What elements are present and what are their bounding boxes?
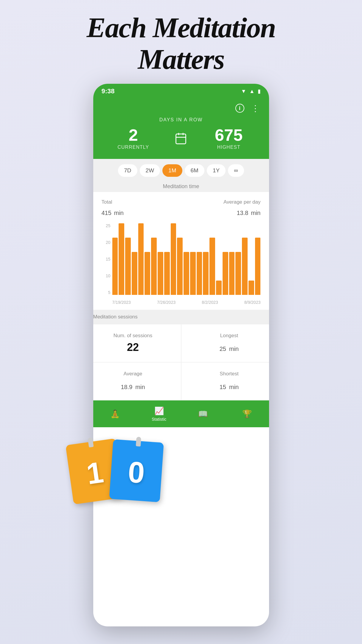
y-label-5: 5: [102, 290, 111, 295]
page-title: Each Meditation Matters: [86, 12, 275, 75]
y-label-25: 25: [102, 223, 111, 228]
highest-label: HIGHEST: [197, 145, 261, 150]
trophy-icon: 🏆: [242, 409, 252, 419]
journal-icon: 📖: [198, 409, 208, 419]
chart-bar-17: [223, 252, 228, 295]
filter-tab-1y[interactable]: 1Y: [207, 164, 226, 177]
y-label-20: 20: [102, 240, 111, 245]
calendar-pin-1: [88, 437, 94, 448]
calendar-number-1: 1: [85, 457, 105, 489]
time-stats: Total 415 min Average per day 13.8 min: [102, 199, 261, 217]
num-sessions-cell: Num. of sessions 22: [93, 324, 181, 362]
longest-unit: min: [229, 346, 239, 352]
meditate-icon: 🧘: [110, 409, 120, 419]
x-label-1: 7/26/2023: [157, 300, 175, 305]
total-stat: Total 415 min: [102, 199, 181, 217]
filter-tab-1m[interactable]: 1M: [162, 164, 182, 177]
currently-stat: 2 CURRENTLY: [102, 127, 165, 150]
calendar-page-2: 0: [109, 439, 164, 502]
shortest-cell: Shortest 15 min: [181, 362, 269, 400]
chart-bar-22: [255, 238, 261, 295]
avg-stat: Average per day 13.8 min: [181, 199, 261, 217]
y-label-10: 10: [102, 273, 111, 278]
battery-icon: ▮: [258, 88, 261, 95]
menu-icon: ⋮: [251, 103, 260, 113]
info-icon: i: [235, 104, 244, 113]
chart-bar-14: [203, 252, 209, 295]
filter-section: 7D 2W 1M 6M 1Y ∞ Meditation time: [93, 159, 269, 192]
chart-bar-19: [235, 252, 241, 295]
content-area: Total 415 min Average per day 13.8 min: [93, 192, 269, 307]
calendar-icon: [165, 132, 197, 145]
chart-bar-3: [132, 252, 137, 295]
status-icons: ▼ ▲ ▮: [241, 88, 261, 95]
highest-stat: 675 HIGHEST: [197, 127, 261, 150]
nav-statistic[interactable]: 📈 Statistic: [137, 400, 181, 427]
chart-bar-5: [145, 252, 150, 295]
menu-button[interactable]: ⋮: [250, 103, 261, 114]
longest-value: 25 min: [190, 341, 269, 354]
total-value: 415 min: [102, 206, 181, 217]
shortest-value: 15 min: [190, 379, 269, 392]
bar-chart: 5 10 15 20 25 7/19/2023 7/26/2023 8/2/20…: [102, 223, 261, 307]
header-stats-row: 2 CURRENTLY 675 HIGHEST: [102, 127, 261, 150]
chart-bar-0: [112, 238, 118, 295]
chart-bar-15: [209, 238, 215, 295]
nav-journal[interactable]: 📖: [181, 400, 225, 427]
chart-bar-10: [177, 238, 183, 295]
avg-unit: min: [251, 210, 260, 216]
calendar-pin-2: [136, 437, 141, 447]
status-time: 9:38: [102, 87, 115, 95]
currently-value: 2: [102, 127, 165, 143]
total-label: Total: [102, 199, 181, 205]
chart-bar-9: [171, 223, 176, 295]
statistic-chart-icon: 📈: [154, 406, 164, 416]
signal-icon: ▲: [249, 88, 255, 95]
filter-tab-all[interactable]: ∞: [228, 164, 244, 177]
num-sessions-value: 22: [94, 341, 173, 354]
chart-bar-12: [190, 252, 196, 295]
filter-tabs: 7D 2W 1M 6M 1Y ∞: [93, 164, 269, 177]
filter-tab-2w[interactable]: 2W: [140, 164, 160, 177]
bottom-nav: 🧘 📈 Statistic 📖 🏆: [93, 400, 269, 427]
y-label-15: 15: [102, 257, 111, 261]
chart-bar-6: [151, 238, 157, 295]
average-unit: min: [135, 384, 145, 390]
statistic-nav-label: Statistic: [152, 417, 166, 422]
header-actions: i ⋮: [102, 103, 261, 114]
nav-achievements[interactable]: 🏆: [225, 400, 269, 427]
avg-value: 13.8 min: [181, 206, 261, 217]
meditation-time-label: Meditation time: [93, 181, 269, 192]
chart-bar-7: [158, 252, 163, 295]
currently-label: CURRENTLY: [102, 145, 165, 150]
chart-bar-2: [125, 238, 131, 295]
chart-bars-area: [112, 223, 261, 295]
filter-tab-6m[interactable]: 6M: [185, 164, 204, 177]
nav-meditate[interactable]: 🧘: [93, 400, 137, 427]
sessions-section-label: Meditation sessions: [93, 310, 269, 324]
filter-tab-7d[interactable]: 7D: [118, 164, 137, 177]
phone-frame: 9:38 ▼ ▲ ▮ i ⋮ DAYS IN A ROW 2 C: [93, 84, 269, 626]
info-button[interactable]: i: [234, 103, 245, 114]
svg-rect-0: [176, 134, 186, 144]
average-cell: Average 18.9 min: [93, 362, 181, 400]
shortest-unit: min: [229, 384, 239, 390]
chart-bar-13: [197, 252, 202, 295]
chart-bar-11: [184, 252, 189, 295]
chart-bar-8: [164, 252, 170, 295]
chart-bar-18: [229, 252, 235, 295]
status-bar: 9:38 ▼ ▲ ▮: [93, 84, 269, 99]
calendar-number-2: 0: [127, 457, 145, 488]
wifi-icon: ▼: [241, 88, 246, 95]
sessions-grid: Num. of sessions 22 Longest 25 min Avera…: [93, 324, 269, 400]
total-unit: min: [114, 210, 124, 216]
average-label: Average: [94, 371, 173, 377]
x-label-0: 7/19/2023: [112, 300, 131, 305]
chart-y-labels: 5 10 15 20 25: [102, 223, 111, 295]
chart-bar-16: [216, 281, 222, 295]
avg-label: Average per day: [181, 199, 261, 205]
shortest-label: Shortest: [190, 371, 269, 377]
chart-bar-21: [248, 281, 254, 295]
calendar-sticker: 1 0: [69, 442, 171, 501]
highest-value: 675: [197, 127, 261, 143]
